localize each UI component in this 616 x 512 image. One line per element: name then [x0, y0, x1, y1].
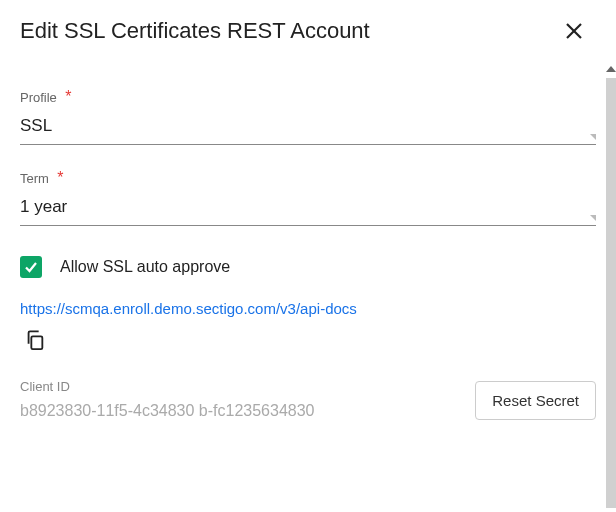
profile-select[interactable]: SSL — [20, 116, 596, 145]
scrollbar-thumb[interactable] — [606, 78, 616, 508]
auto-approve-checkbox[interactable] — [20, 256, 42, 278]
term-value: 1 year — [20, 197, 596, 217]
profile-label-row: Profile * — [20, 88, 596, 106]
dialog-header: Edit SSL Certificates REST Account — [0, 0, 616, 54]
profile-label: Profile — [20, 90, 57, 105]
profile-field: Profile * SSL — [20, 88, 596, 145]
client-id-value: b8923830-11f5-4c34830 b-fc1235634830 — [20, 402, 463, 420]
close-icon — [564, 21, 584, 41]
term-label: Term — [20, 171, 49, 186]
client-id-block: Client ID b8923830-11f5-4c34830 b-fc1235… — [20, 379, 463, 420]
dialog-content: Profile * SSL Term * 1 year — [0, 54, 616, 506]
check-icon — [23, 259, 39, 275]
copy-icon — [24, 329, 46, 351]
close-button[interactable] — [562, 19, 586, 43]
dialog-title: Edit SSL Certificates REST Account — [20, 18, 370, 44]
term-select[interactable]: 1 year — [20, 197, 596, 226]
copy-url-button[interactable] — [20, 325, 50, 355]
chevron-down-icon — [590, 134, 596, 140]
profile-value: SSL — [20, 116, 596, 136]
svg-rect-2 — [31, 336, 42, 349]
term-label-row: Term * — [20, 169, 596, 187]
api-docs-link[interactable]: https://scmqa.enroll.demo.sectigo.com/v3… — [20, 300, 596, 317]
client-id-section: Client ID b8923830-11f5-4c34830 b-fc1235… — [20, 379, 596, 420]
client-id-label: Client ID — [20, 379, 463, 394]
required-marker: * — [65, 88, 71, 105]
required-marker: * — [57, 169, 63, 186]
chevron-down-icon — [590, 215, 596, 221]
reset-secret-button[interactable]: Reset Secret — [475, 381, 596, 420]
edit-ssl-rest-account-dialog: Edit SSL Certificates REST Account Profi… — [0, 0, 616, 512]
auto-approve-label: Allow SSL auto approve — [60, 258, 230, 276]
term-field: Term * 1 year — [20, 169, 596, 226]
auto-approve-row: Allow SSL auto approve — [20, 256, 596, 278]
scroll-up-icon[interactable] — [606, 66, 616, 72]
